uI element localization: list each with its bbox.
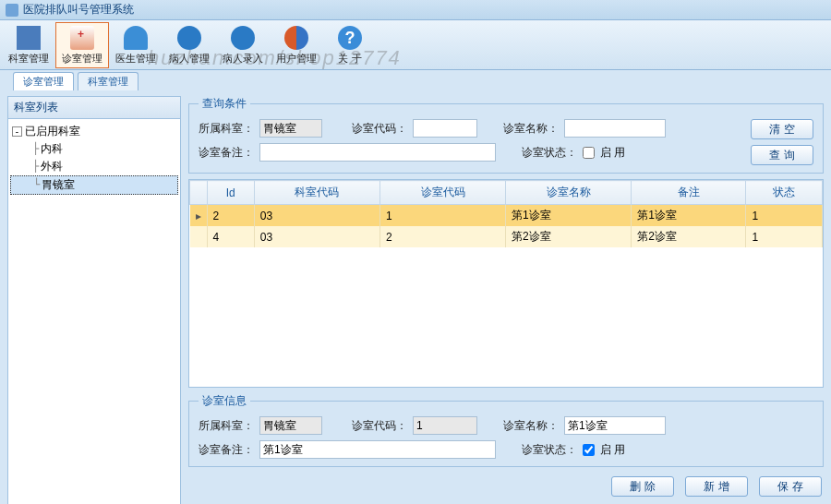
col-roomname[interactable]: 诊室名称 <box>506 181 632 205</box>
query-remark-label: 诊室备注： <box>199 145 254 161</box>
patient-icon <box>177 26 201 50</box>
toolbar-user[interactable]: 用户管理 <box>270 22 323 68</box>
col-remark[interactable]: 备注 <box>632 181 746 205</box>
collapse-icon[interactable]: - <box>12 126 22 137</box>
detail-state-label: 诊室状态： <box>522 442 577 458</box>
query-state-checkbox[interactable] <box>583 147 595 159</box>
save-button[interactable]: 保 存 <box>759 476 822 497</box>
table-row[interactable]: 4032第2诊室第2诊室1 <box>190 226 823 247</box>
toolbar: 科室管理 诊室管理 医生管理 病人管理 病人录入 用户管理 ?关 于 <box>0 20 831 70</box>
detail-state-checkbox[interactable] <box>583 444 595 456</box>
tree-title: 科室列表 <box>7 96 181 119</box>
detail-remark-input[interactable] <box>259 440 496 459</box>
col-roomcode[interactable]: 诊室代码 <box>379 181 505 205</box>
detail-code-label: 诊室代码： <box>352 418 407 434</box>
titlebar: 医院排队叫号管理系统 <box>0 0 831 20</box>
user-icon <box>284 26 308 50</box>
query-name-input[interactable] <box>564 119 666 138</box>
doctor-icon <box>124 26 148 50</box>
query-code-input[interactable] <box>413 119 477 138</box>
tree-item-weijing[interactable]: └胃镜室 <box>10 175 178 195</box>
query-remark-input[interactable] <box>259 143 496 162</box>
detail-legend: 诊室信息 <box>199 393 250 409</box>
detail-panel: 诊室信息 所属科室： 诊室代码： 诊室名称： 诊室备注： 诊室状态： 启 用 <box>188 393 824 467</box>
query-code-label: 诊室代码： <box>352 121 407 137</box>
app-title: 医院排队叫号管理系统 <box>23 2 134 18</box>
tab-dept[interactable]: 科室管理 <box>78 72 138 90</box>
detail-dept-input <box>259 416 322 435</box>
query-legend: 查询条件 <box>199 96 250 112</box>
query-name-label: 诊室名称： <box>503 121 559 137</box>
detail-code-input <box>413 416 477 435</box>
dept-tree: -已启用科室 ├内科 ├外科 └胃镜室 <box>7 119 181 504</box>
tree-root[interactable]: -已启用科室 <box>10 123 178 140</box>
toolbar-patient-add[interactable]: 病人录入 <box>216 22 270 68</box>
detail-name-label: 诊室名称： <box>503 418 559 434</box>
patient-add-icon <box>231 26 255 50</box>
toolbar-about[interactable]: ?关 于 <box>323 22 377 68</box>
toolbar-patient[interactable]: 病人管理 <box>163 22 216 68</box>
clear-button[interactable]: 清 空 <box>751 119 813 139</box>
detail-state-cb-label: 启 用 <box>600 442 625 458</box>
detail-remark-label: 诊室备注： <box>199 442 254 458</box>
col-deptcode[interactable]: 科室代码 <box>254 181 379 205</box>
col-id[interactable]: Id <box>207 181 254 205</box>
toolbar-doctor[interactable]: 医生管理 <box>109 22 163 68</box>
tab-room[interactable]: 诊室管理 <box>13 72 74 90</box>
detail-name-input[interactable] <box>564 416 666 435</box>
toolbar-room[interactable]: 诊室管理 <box>55 22 109 68</box>
table-row[interactable]: ▸2031第1诊室第1诊室1 <box>190 205 823 227</box>
delete-button[interactable]: 删 除 <box>611 476 674 497</box>
about-icon: ? <box>338 26 362 50</box>
query-button[interactable]: 查 询 <box>751 145 813 165</box>
app-icon <box>6 4 18 17</box>
dept-icon <box>17 26 41 50</box>
query-panel: 查询条件 所属科室： 诊室代码： 诊室名称： 诊室备注： <box>188 96 824 174</box>
tree-item-waike[interactable]: ├外科 <box>10 158 178 175</box>
query-dept-label: 所属科室： <box>199 121 254 137</box>
query-state-label: 诊室状态： <box>522 145 577 161</box>
detail-dept-label: 所属科室： <box>199 418 254 434</box>
add-button[interactable]: 新 增 <box>685 476 748 497</box>
result-grid: Id 科室代码 诊室代码 诊室名称 备注 状态 ▸2031第1诊室第1诊室140… <box>188 179 824 388</box>
toolbar-dept[interactable]: 科室管理 <box>2 22 55 68</box>
query-state-cb-label: 启 用 <box>600 145 625 161</box>
tree-item-neike[interactable]: ├内科 <box>10 140 178 158</box>
query-dept-input <box>259 119 322 138</box>
room-icon <box>70 26 94 50</box>
col-state[interactable]: 状态 <box>746 181 823 205</box>
inner-tabs: 诊室管理 科室管理 <box>13 72 138 90</box>
